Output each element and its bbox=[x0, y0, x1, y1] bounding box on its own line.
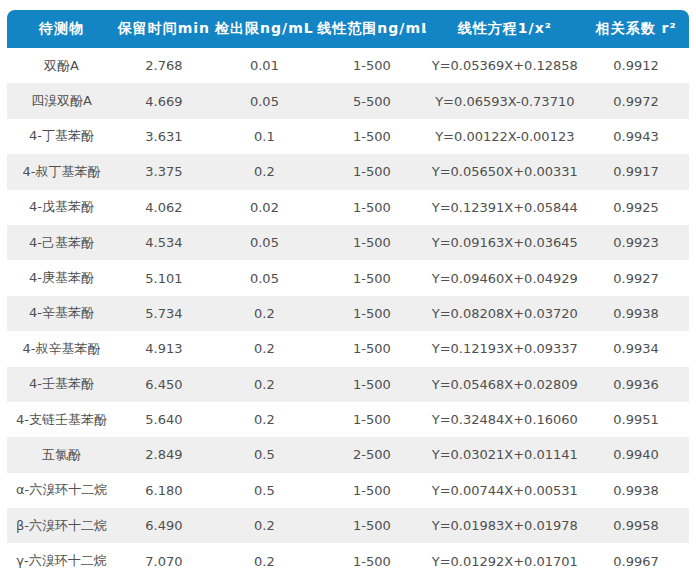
cell-linear_equation: Y=0.06593X-0.73710 bbox=[426, 94, 583, 109]
table-header-row: 待测物保留时间min检出限ng/mL线性范围ng/mL线性方程1/x²相关系数 … bbox=[7, 10, 689, 48]
cell-detection_limit: 0.05 bbox=[212, 94, 318, 109]
table-row: 4-叔丁基苯酚3.3750.21-500Y=0.05650X+0.003310.… bbox=[7, 154, 689, 189]
cell-correlation_coefficient: 0.9972 bbox=[583, 94, 689, 109]
cell-linear_range: 1-500 bbox=[317, 377, 426, 392]
page: 待测物保留时间min检出限ng/mL线性范围ng/mL线性方程1/x²相关系数 … bbox=[0, 0, 696, 579]
column-header-linear_range: 线性范围ng/mL bbox=[317, 20, 426, 38]
table-row: 五氯酚2.8490.52-500Y=0.03021X+0.011410.9940 bbox=[7, 437, 689, 472]
cell-retention_time: 6.450 bbox=[116, 377, 211, 392]
cell-analyte: 4-己基苯酚 bbox=[7, 234, 116, 252]
cell-analyte: 4-壬基苯酚 bbox=[7, 375, 116, 393]
cell-correlation_coefficient: 0.9923 bbox=[583, 235, 689, 250]
cell-analyte: α-六溴环十二烷 bbox=[7, 481, 116, 499]
table-row: 4-支链壬基苯酚5.6400.21-500Y=0.32484X+0.160600… bbox=[7, 402, 689, 437]
cell-linear_range: 1-500 bbox=[317, 164, 426, 179]
cell-retention_time: 4.534 bbox=[116, 235, 211, 250]
cell-linear_equation: Y=0.03021X+0.01141 bbox=[426, 447, 583, 462]
cell-correlation_coefficient: 0.9938 bbox=[583, 306, 689, 321]
cell-linear_equation: Y=0.12193X+0.09337 bbox=[426, 341, 583, 356]
cell-linear_range: 1-500 bbox=[317, 306, 426, 321]
cell-correlation_coefficient: 0.9938 bbox=[583, 483, 689, 498]
table-body: 双酚A2.7680.011-500Y=0.05369X+0.128580.991… bbox=[7, 48, 689, 579]
table-row: γ-六溴环十二烷7.0700.21-500Y=0.01292X+0.017010… bbox=[7, 543, 689, 578]
cell-retention_time: 3.631 bbox=[116, 129, 211, 144]
cell-retention_time: 6.180 bbox=[116, 483, 211, 498]
column-header-analyte: 待测物 bbox=[7, 20, 116, 38]
cell-linear_equation: Y=0.01292X+0.01701 bbox=[426, 554, 583, 569]
cell-linear_range: 1-500 bbox=[317, 58, 426, 73]
cell-linear_range: 1-500 bbox=[317, 235, 426, 250]
cell-linear_equation: Y=0.09460X+0.04929 bbox=[426, 271, 583, 286]
cell-detection_limit: 0.05 bbox=[212, 271, 318, 286]
table-row: 双酚A2.7680.011-500Y=0.05369X+0.128580.991… bbox=[7, 48, 689, 83]
table-row: 4-戊基苯酚4.0620.021-500Y=0.12391X+0.058440.… bbox=[7, 190, 689, 225]
cell-linear_equation: Y=0.12391X+0.05844 bbox=[426, 200, 583, 215]
table-row: 4-壬基苯酚6.4500.21-500Y=0.05468X+0.028090.9… bbox=[7, 367, 689, 402]
cell-linear_equation: Y=0.08208X+0.03720 bbox=[426, 306, 583, 321]
cell-correlation_coefficient: 0.9925 bbox=[583, 200, 689, 215]
cell-detection_limit: 0.2 bbox=[212, 518, 318, 533]
cell-linear_equation: Y=0.01983X+0.01978 bbox=[426, 518, 583, 533]
calibration-table: 待测物保留时间min检出限ng/mL线性范围ng/mL线性方程1/x²相关系数 … bbox=[7, 10, 689, 579]
column-header-linear_equation: 线性方程1/x² bbox=[426, 20, 583, 38]
cell-linear_equation: Y=0.00122X-0.00123 bbox=[426, 129, 583, 144]
cell-retention_time: 5.734 bbox=[116, 306, 211, 321]
cell-correlation_coefficient: 0.9917 bbox=[583, 164, 689, 179]
cell-linear_equation: Y=0.05468X+0.02809 bbox=[426, 377, 583, 392]
cell-analyte: 4-庚基苯酚 bbox=[7, 269, 116, 287]
cell-detection_limit: 0.02 bbox=[212, 200, 318, 215]
cell-correlation_coefficient: 0.9967 bbox=[583, 554, 689, 569]
cell-retention_time: 2.849 bbox=[116, 447, 211, 462]
cell-analyte: 4-戊基苯酚 bbox=[7, 198, 116, 216]
cell-linear_range: 1-500 bbox=[317, 129, 426, 144]
cell-retention_time: 2.768 bbox=[116, 58, 211, 73]
cell-linear_range: 2-500 bbox=[317, 447, 426, 462]
cell-analyte: 四溴双酚A bbox=[7, 92, 116, 110]
table-row: 4-辛基苯酚5.7340.21-500Y=0.08208X+0.037200.9… bbox=[7, 296, 689, 331]
cell-correlation_coefficient: 0.9940 bbox=[583, 447, 689, 462]
cell-correlation_coefficient: 0.9943 bbox=[583, 129, 689, 144]
cell-retention_time: 4.062 bbox=[116, 200, 211, 215]
cell-analyte: 双酚A bbox=[7, 57, 116, 75]
cell-linear_equation: Y=0.00744X+0.00531 bbox=[426, 483, 583, 498]
cell-detection_limit: 0.5 bbox=[212, 483, 318, 498]
cell-analyte: 4-辛基苯酚 bbox=[7, 304, 116, 322]
cell-detection_limit: 0.1 bbox=[212, 129, 318, 144]
cell-detection_limit: 0.01 bbox=[212, 58, 318, 73]
cell-detection_limit: 0.2 bbox=[212, 554, 318, 569]
cell-retention_time: 7.070 bbox=[116, 554, 211, 569]
cell-detection_limit: 0.2 bbox=[212, 341, 318, 356]
cell-analyte: 4-叔辛基苯酚 bbox=[7, 340, 116, 358]
table-row: 4-己基苯酚4.5340.051-500Y=0.09163X+0.036450.… bbox=[7, 225, 689, 260]
cell-analyte: 4-丁基苯酚 bbox=[7, 127, 116, 145]
column-header-correlation_coefficient: 相关系数 r² bbox=[583, 20, 689, 38]
cell-linear_range: 1-500 bbox=[317, 271, 426, 286]
cell-analyte: 4-叔丁基苯酚 bbox=[7, 163, 116, 181]
cell-retention_time: 6.490 bbox=[116, 518, 211, 533]
cell-retention_time: 5.101 bbox=[116, 271, 211, 286]
cell-retention_time: 3.375 bbox=[116, 164, 211, 179]
cell-linear_range: 1-500 bbox=[317, 518, 426, 533]
cell-detection_limit: 0.2 bbox=[212, 306, 318, 321]
cell-detection_limit: 0.2 bbox=[212, 164, 318, 179]
cell-analyte: 五氯酚 bbox=[7, 446, 116, 464]
table-row: 4-丁基苯酚3.6310.11-500Y=0.00122X-0.001230.9… bbox=[7, 119, 689, 154]
cell-correlation_coefficient: 0.9927 bbox=[583, 271, 689, 286]
cell-correlation_coefficient: 0.9951 bbox=[583, 412, 689, 427]
cell-retention_time: 4.669 bbox=[116, 94, 211, 109]
cell-retention_time: 5.640 bbox=[116, 412, 211, 427]
cell-detection_limit: 0.2 bbox=[212, 412, 318, 427]
table-row: α-六溴环十二烷6.1800.51-500Y=0.00744X+0.005310… bbox=[7, 473, 689, 508]
cell-detection_limit: 0.2 bbox=[212, 377, 318, 392]
cell-correlation_coefficient: 0.9934 bbox=[583, 341, 689, 356]
table-row: 四溴双酚A4.6690.055-500Y=0.06593X-0.737100.9… bbox=[7, 83, 689, 118]
cell-detection_limit: 0.05 bbox=[212, 235, 318, 250]
cell-retention_time: 4.913 bbox=[116, 341, 211, 356]
cell-detection_limit: 0.5 bbox=[212, 447, 318, 462]
cell-analyte: 4-支链壬基苯酚 bbox=[7, 411, 116, 429]
cell-linear_equation: Y=0.09163X+0.03645 bbox=[426, 235, 583, 250]
cell-linear_range: 5-500 bbox=[317, 94, 426, 109]
cell-linear_range: 1-500 bbox=[317, 200, 426, 215]
cell-linear_equation: Y=0.05369X+0.12858 bbox=[426, 58, 583, 73]
cell-linear_range: 1-500 bbox=[317, 412, 426, 427]
